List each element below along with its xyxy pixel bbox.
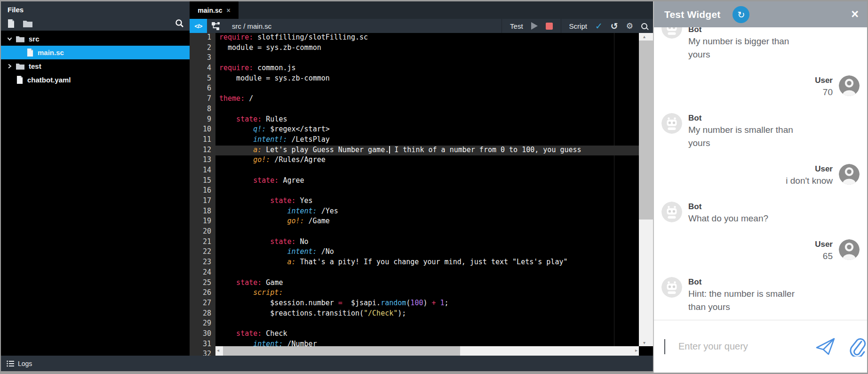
code-token: script:	[253, 288, 283, 297]
send-message-icon[interactable]	[815, 337, 836, 356]
code-line: $session.number = $jsapi.random(100) + 1…	[215, 299, 639, 309]
query-input[interactable]	[678, 341, 803, 352]
search-code-icon[interactable]	[641, 23, 647, 29]
code-line: theme: /	[215, 94, 639, 105]
code-line: a: Let's play Guess Number game. I think…	[215, 146, 639, 156]
horizontal-scroll-thumb[interactable]	[223, 346, 460, 356]
tab-bar: main.sc ×	[190, 1, 653, 19]
code-token: /Yes	[317, 207, 338, 215]
code-token: 1	[440, 299, 445, 307]
new-folder-icon[interactable]	[23, 20, 32, 27]
message-author: Bot	[688, 113, 808, 123]
line-number: 10	[190, 125, 215, 135]
vertical-scroll-thumb[interactable]	[639, 41, 653, 220]
code-editor[interactable]: require: slotfilling/slotFilling.sc modu…	[215, 33, 639, 356]
line-number: 27	[190, 299, 215, 309]
tree-folder-src[interactable]: src	[1, 32, 190, 46]
chevron-right-icon[interactable]	[7, 63, 16, 69]
message-body: User65	[815, 239, 833, 263]
line-number: 16	[190, 186, 215, 196]
message-text: Hint: the number is smaller than yours	[688, 287, 808, 314]
script-label: Script	[569, 22, 587, 30]
tab-close-icon[interactable]: ×	[226, 7, 230, 14]
settings-gear-icon[interactable]: ⚙	[626, 21, 633, 31]
chat-input-area	[654, 320, 867, 373]
file-icon	[16, 76, 23, 84]
scroll-up-icon[interactable]: ▴	[643, 34, 645, 39]
folder-icon	[16, 63, 24, 70]
new-file-icon[interactable]	[8, 19, 15, 28]
line-number: 25	[190, 278, 215, 289]
file-label: main.sc	[38, 49, 64, 57]
editor-pane: main.sc × </> src / main.sc Test Script …	[190, 1, 653, 356]
code-line: intent: /No	[215, 247, 639, 258]
code-token: 100	[410, 299, 423, 307]
logs-bar[interactable]: Logs	[1, 356, 653, 371]
vertical-scrollbar[interactable]: ▴ ▾	[639, 33, 653, 346]
code-token: $regex</start>	[266, 125, 329, 133]
message-user: User70	[661, 75, 860, 99]
message-body: BotHint: the number is smaller than your…	[688, 277, 808, 314]
horizontal-scrollbar[interactable]: ◂ ▸	[215, 346, 639, 356]
scroll-left-icon[interactable]: ◂	[217, 348, 219, 353]
app-window: Files srcmain.sctestchatbot.yaml main.sc…	[0, 0, 868, 374]
undo-icon[interactable]: ↺	[611, 21, 618, 31]
code-line: state: Check	[215, 329, 639, 340]
line-number: 29	[190, 319, 215, 329]
files-toolbar	[8, 19, 184, 28]
message-bot: BotHint: the number is smaller than your…	[661, 277, 860, 314]
line-number: 7	[190, 94, 215, 105]
chevron-down-icon[interactable]	[7, 36, 16, 42]
tree-file-chatbot-yaml[interactable]: chatbot.yaml	[1, 73, 190, 87]
tab-main-sc[interactable]: main.sc ×	[190, 1, 239, 19]
flow-view-button[interactable]	[207, 19, 225, 33]
run-test-button[interactable]	[531, 22, 538, 30]
code-token: require:	[219, 64, 253, 72]
message-body: Useri don't know	[786, 164, 833, 187]
line-number: 4	[190, 64, 215, 74]
message-bot: BotMy number is bigger than yours	[661, 27, 860, 61]
close-widget-icon[interactable]: ×	[851, 8, 859, 21]
code-token: go!:	[253, 155, 270, 164]
code-line	[215, 53, 639, 64]
message-text: What do you mean?	[688, 212, 768, 225]
tree-file-main-sc[interactable]: main.sc	[1, 46, 190, 59]
line-number: 18	[190, 207, 215, 217]
folder-label: src	[29, 35, 40, 43]
code-line: intent: /Yes	[215, 207, 639, 217]
message-bot: BotWhat do you mean?	[661, 202, 860, 225]
code-token: random	[381, 299, 406, 307]
code-token: theme:	[219, 94, 245, 103]
scroll-down-icon[interactable]: ▾	[643, 340, 645, 345]
tab-label: main.sc	[198, 7, 222, 14]
attach-file-icon[interactable]	[848, 337, 866, 357]
code-line	[215, 227, 639, 237]
code-token: ;	[445, 299, 449, 307]
code-line	[215, 186, 639, 196]
files-panel-header: Files	[1, 1, 190, 31]
code-token: a:	[287, 258, 295, 266]
code-token: q!:	[253, 125, 266, 133]
stop-test-button[interactable]	[546, 23, 553, 30]
code-token: /Rules/Agree	[270, 155, 325, 164]
code-token: (	[406, 299, 410, 307]
search-files-icon[interactable]	[175, 19, 184, 28]
test-widget-header: Test Widget ↻ ×	[654, 1, 867, 27]
restart-session-button[interactable]: ↻	[733, 6, 749, 23]
breadcrumb: src / main.sc	[232, 22, 271, 30]
tree-folder-test[interactable]: test	[1, 59, 190, 73]
message-text: 70	[815, 86, 833, 99]
code-line: module = sys.zb-common	[215, 43, 639, 54]
line-number: 28	[190, 309, 215, 319]
line-number: 5	[190, 74, 215, 84]
scroll-right-icon[interactable]: ▸	[635, 348, 637, 353]
code-token	[436, 299, 440, 307]
message-author: User	[815, 239, 833, 250]
code-token: go!:	[287, 217, 304, 225]
test-label: Test	[510, 22, 523, 30]
code-area[interactable]: 1234567891011121314151617181920212223242…	[190, 33, 653, 356]
code-token: $session.number	[270, 299, 338, 307]
code-token: common.js	[253, 64, 295, 72]
line-number: 8	[190, 105, 215, 115]
code-view-button[interactable]: </>	[190, 19, 207, 33]
